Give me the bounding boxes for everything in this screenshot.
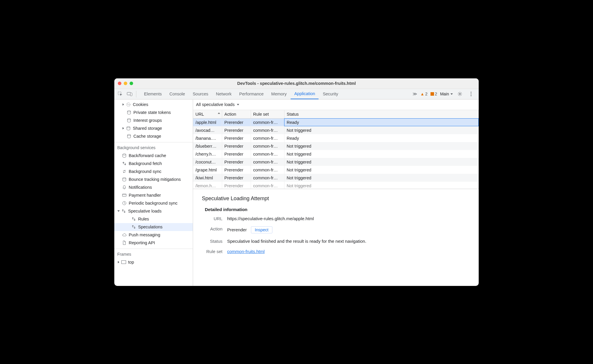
cell-action: Prerender: [222, 150, 251, 158]
table-row[interactable]: /avocad…Prerendercommon-fr…Not triggered: [193, 126, 479, 134]
sidebar-item-speculations[interactable]: Speculations: [114, 223, 193, 231]
sidebar-item-background-fetch[interactable]: Background fetch: [114, 160, 193, 168]
tab-application[interactable]: Application: [291, 89, 319, 99]
svg-point-11: [128, 119, 131, 120]
db-icon: [126, 126, 131, 131]
sidebar-item-label: Cache storage: [133, 134, 161, 139]
sidebar-item-rules[interactable]: Rules: [114, 215, 193, 223]
application-sidebar: CookiesPrivate state tokensInterest grou…: [114, 100, 193, 286]
close-icon[interactable]: [118, 82, 121, 85]
cell-url: /blueberr…: [193, 142, 222, 150]
kebab-menu-icon[interactable]: [467, 92, 475, 96]
tab-elements[interactable]: Elements: [140, 89, 165, 99]
detail-ruleset-link[interactable]: common-fruits.html: [227, 249, 265, 254]
frame-icon: [121, 260, 126, 264]
tab-performance[interactable]: Performance: [236, 89, 267, 99]
cell-url: /kiwi.html: [193, 174, 222, 182]
sidebar-item-payment-handler[interactable]: Payment handler: [114, 191, 193, 199]
db-icon: [127, 134, 131, 139]
minimize-icon[interactable]: [124, 82, 127, 85]
updown-icon: [121, 209, 126, 213]
more-tabs-icon[interactable]: ≫: [411, 89, 419, 99]
table-row[interactable]: /kiwi.htmlPrerendercommon-fr…Not trigger…: [193, 174, 479, 182]
card-icon: [122, 193, 127, 198]
svg-point-6: [470, 95, 471, 96]
col-header-url[interactable]: URL: [193, 110, 222, 119]
cell-url: /coconut…: [193, 158, 222, 166]
tab-security[interactable]: Security: [319, 89, 341, 99]
warnings-badge[interactable]: ▲2: [420, 92, 428, 96]
sidebar-item-shared-storage[interactable]: Shared storage: [114, 124, 193, 132]
inspect-element-icon[interactable]: [116, 89, 124, 99]
cell-ruleset: common-fr…: [251, 174, 284, 182]
sidebar-item-periodic-background-sync[interactable]: Periodic background sync: [114, 199, 193, 207]
cell-status: Not triggered: [284, 142, 479, 150]
cell-url: /banana.…: [193, 134, 222, 142]
cell-url: /grape.html: [193, 166, 222, 174]
sidebar-item-cache-storage[interactable]: Cache storage: [114, 132, 193, 140]
cell-status: Not triggered: [284, 150, 479, 158]
detail-url-label: URL: [205, 216, 222, 221]
sidebar-item-label: Shared storage: [133, 126, 162, 131]
detail-pane: Speculative Loading Attempt Detailed inf…: [193, 189, 479, 263]
disclosure-triangle-icon: [123, 127, 124, 129]
col-header-action[interactable]: Action: [222, 110, 251, 119]
sidebar-item-label: Cookies: [133, 102, 148, 107]
cookie-icon: [126, 102, 131, 107]
table-row[interactable]: /coconut…Prerendercommon-fr…Not triggere…: [193, 158, 479, 166]
sidebar-item-bounce-tracking-mitigations[interactable]: Bounce tracking mitigations: [114, 176, 193, 183]
filter-select[interactable]: All speculative loads: [196, 102, 239, 107]
disclosure-triangle-icon: [118, 210, 120, 212]
sidebar-item-interest-groups[interactable]: Interest groups: [114, 117, 193, 124]
sidebar-item-label: Private state tokens: [133, 110, 171, 115]
sidebar-item-frames-top[interactable]: top: [114, 258, 193, 266]
detail-action-value: Prerender Inspect: [227, 226, 272, 233]
sync-icon: [122, 169, 127, 174]
detail-title: Speculative Loading Attempt: [202, 196, 472, 202]
tab-memory[interactable]: Memory: [268, 89, 290, 99]
inspect-button[interactable]: Inspect: [251, 226, 272, 233]
cloud-icon: [122, 232, 127, 237]
sort-asc-icon: [218, 112, 220, 114]
db-icon: [122, 153, 127, 158]
table-row[interactable]: /blueberr…Prerendercommon-fr…Not trigger…: [193, 142, 479, 150]
sidebar-item-label: Background fetch: [129, 161, 162, 166]
cell-ruleset: common-fr…: [251, 126, 284, 134]
col-header-status[interactable]: Status: [284, 110, 479, 119]
table-row[interactable]: /banana.…Prerendercommon-fr…Ready: [193, 134, 479, 142]
cell-action: Prerender: [222, 158, 251, 166]
target-selector[interactable]: Main: [440, 92, 453, 96]
sidebar-item-notifications[interactable]: Notifications: [114, 183, 193, 191]
disclosure-triangle-icon: [118, 261, 119, 263]
sidebar-item-background-sync[interactable]: Background sync: [114, 168, 193, 176]
table-row[interactable]: /grape.htmlPrerendercommon-fr…Not trigge…: [193, 166, 479, 174]
cell-action: Prerender: [222, 134, 251, 142]
col-header-ruleset[interactable]: Rule set: [251, 110, 284, 119]
svg-point-5: [470, 93, 471, 94]
sidebar-item-label: Interest groups: [133, 118, 162, 123]
sidebar-item-speculative-loads[interactable]: Speculative loads: [114, 207, 193, 215]
tab-sources[interactable]: Sources: [189, 89, 212, 99]
detail-ruleset-label: Rule set: [205, 249, 222, 254]
tab-console[interactable]: Console: [166, 89, 188, 99]
sidebar-item-push-messaging[interactable]: Push messaging: [114, 231, 193, 239]
sidebar-item-cookies[interactable]: Cookies: [114, 101, 193, 109]
sidebar-item-back-forward-cache[interactable]: Back/forward cache: [114, 152, 193, 160]
device-mode-icon[interactable]: [125, 89, 134, 99]
panel-tabbar: ElementsConsoleSourcesNetworkPerformance…: [114, 89, 479, 100]
updown-icon: [131, 217, 136, 221]
sidebar-item-label: Speculations: [138, 225, 163, 229]
window-title: DevTools - speculative-rules.glitch.me/c…: [114, 81, 479, 86]
tab-network[interactable]: Network: [212, 89, 235, 99]
table-row[interactable]: /cherry.h…Prerendercommon-fr…Not trigger…: [193, 150, 479, 158]
detail-url-value: https://speculative-rules.glitch.me/appl…: [227, 216, 314, 221]
sidebar-item-private-state-tokens[interactable]: Private state tokens: [114, 109, 193, 117]
settings-gear-icon[interactable]: [456, 92, 464, 96]
issues-badge[interactable]: 2: [430, 92, 437, 96]
cell-ruleset: common-fr…: [251, 150, 284, 158]
table-row[interactable]: /lemon.h…Prerendercommon-fr…Not triggere…: [193, 182, 479, 189]
table-row[interactable]: /apple.htmlPrerendercommon-fr…Ready: [193, 118, 479, 126]
sidebar-item-reporting-api[interactable]: Reporting API: [114, 239, 193, 247]
sidebar-item-label: Bounce tracking mitigations: [129, 177, 181, 182]
zoom-icon[interactable]: [130, 82, 133, 85]
